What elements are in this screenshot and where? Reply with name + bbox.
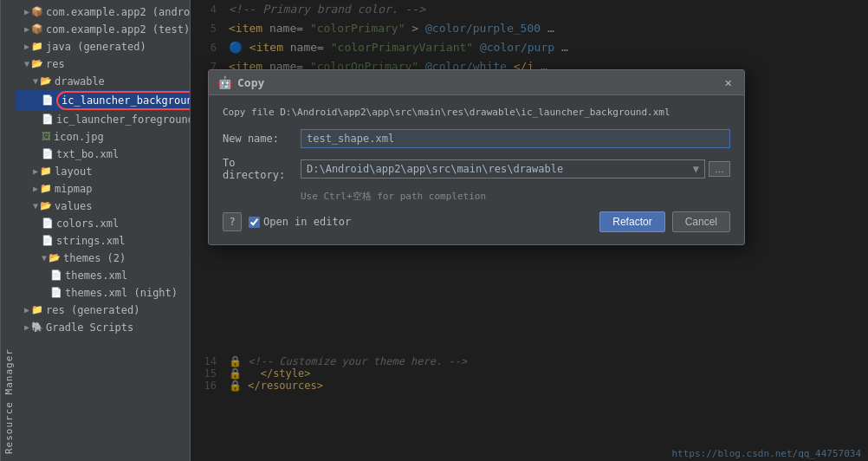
- browse-button[interactable]: …: [709, 161, 730, 177]
- selected-file-label: ic_launcher_background.xml: [56, 91, 191, 110]
- dialog-footer-left: ? Open in editor: [223, 212, 351, 231]
- to-dir-dropdown[interactable]: D:\Android\app2\app\src\main\res\drawabl…: [301, 159, 705, 179]
- sidebar-item-java-generated[interactable]: ▶ 📁 java (generated): [16, 38, 190, 55]
- folder-icon: 📁: [31, 39, 43, 55]
- sidebar-item-themes-xml[interactable]: 📄 themes.xml: [16, 267, 190, 284]
- sidebar-item-res-generated[interactable]: ▶ 📁 res (generated): [16, 302, 190, 319]
- open-in-editor-checkbox[interactable]: [249, 217, 260, 228]
- refactor-button[interactable]: Refactor: [599, 211, 664, 232]
- xml-file-icon: 📄: [42, 216, 54, 231]
- sidebar-item-strings[interactable]: 📄 strings.xml: [16, 232, 190, 250]
- sidebar-title: Resource Manager: [0, 0, 17, 461]
- to-dir-field: To directory: D:\Android\app2\app\src\ma…: [223, 157, 730, 181]
- sidebar-item-icon-jpg[interactable]: 🖼 icon.jpg: [16, 128, 190, 146]
- sidebar-tree: ▶ 📦 com.example.app2 (androidTest) ▶ 📦 c…: [16, 0, 190, 340]
- dialog-title-text: Copy: [237, 76, 264, 89]
- dialog-footer-right: Refactor Cancel: [599, 211, 730, 232]
- dialog-overlay: 🤖 Copy ✕ Copy file D:\Android\app2\app\s…: [191, 0, 868, 461]
- arrow-icon: ▼: [33, 74, 38, 89]
- folder-open-icon: 📂: [40, 198, 52, 214]
- arrow-icon: ▶: [33, 164, 38, 179]
- gradle-icon: 🐘: [31, 320, 43, 335]
- new-name-input[interactable]: [301, 129, 730, 148]
- sidebar-item-txt-bo[interactable]: 📄 txt_bo.xml: [16, 146, 190, 163]
- sidebar-item-colors[interactable]: 📄 colors.xml: [16, 215, 190, 232]
- dialog-titlebar: 🤖 Copy ✕: [209, 70, 744, 95]
- sidebar-item-ic-launcher-background[interactable]: 📄 ic_launcher_background.xml: [16, 90, 190, 111]
- folder-icon: 📁: [40, 181, 52, 197]
- sidebar-item-app2-test[interactable]: ▶ 📦 com.example.app2 (test): [16, 21, 190, 38]
- arrow-icon: ▶: [24, 4, 29, 20]
- sidebar-item-themes[interactable]: ▼ 📂 themes (2): [16, 250, 190, 267]
- arrow-icon: ▶: [24, 22, 29, 37]
- sidebar-item-gradle[interactable]: ▶ 🐘 Gradle Scripts: [16, 319, 190, 336]
- help-button[interactable]: ?: [223, 212, 242, 231]
- arrow-icon: ▶: [24, 39, 29, 55]
- sidebar-item-values[interactable]: ▼ 📂 values: [16, 198, 190, 215]
- copy-dialog-icon: 🤖: [217, 75, 232, 89]
- dialog-path-text: Copy file D:\Android\app2\app\src\main\r…: [223, 106, 730, 119]
- xml-file-icon: 📄: [42, 146, 54, 162]
- arrow-icon: ▼: [33, 198, 38, 214]
- cancel-button[interactable]: Cancel: [672, 211, 730, 232]
- arrow-icon: ▼: [24, 56, 29, 72]
- copy-dialog: 🤖 Copy ✕ Copy file D:\Android\app2\app\s…: [208, 69, 745, 245]
- xml-file-icon: 📄: [42, 112, 54, 127]
- path-hint: Use Ctrl+空格 for path completion: [301, 190, 730, 203]
- open-in-editor-text: Open in editor: [263, 216, 351, 228]
- jpg-file-icon: 🖼: [42, 129, 51, 145]
- dialog-body: Copy file D:\Android\app2\app\src\main\r…: [209, 95, 744, 244]
- sidebar-item-res[interactable]: ▼ 📂 res: [16, 55, 190, 73]
- dropdown-arrow-icon: ▼: [693, 163, 699, 175]
- folder-open-icon: 📂: [40, 74, 52, 89]
- folder-icon: 📁: [31, 302, 43, 318]
- new-name-label: New name:: [223, 133, 301, 145]
- arrow-icon: ▶: [24, 320, 29, 335]
- folder-icon: 📁: [40, 164, 52, 179]
- to-dir-value: D:\Android\app2\app\src\main\res\drawabl…: [307, 163, 563, 175]
- editor-area: 4 <!-- Primary brand color. --> 5 <item …: [191, 0, 868, 461]
- sidebar: Resource Manager ▶ 📦 com.example.app2 (a…: [0, 0, 191, 461]
- package-icon: 📦: [31, 4, 43, 20]
- sidebar-item-mipmap[interactable]: ▶ 📁 mipmap: [16, 180, 190, 198]
- folder-open-icon: 📂: [31, 56, 43, 72]
- arrow-icon: ▼: [42, 250, 47, 266]
- xml-file-icon: 📄: [42, 233, 54, 249]
- open-in-editor-label[interactable]: Open in editor: [249, 216, 351, 228]
- folder-open-icon: 📂: [49, 250, 61, 266]
- dialog-footer: ? Open in editor Refactor Cancel: [223, 211, 730, 232]
- sidebar-item-ic-launcher-foreground[interactable]: 📄 ic_launcher_foreground.xml (v24): [16, 111, 190, 128]
- sidebar-item-app2-android[interactable]: ▶ 📦 com.example.app2 (androidTest): [16, 3, 190, 21]
- arrow-icon: ▶: [24, 302, 29, 318]
- dialog-close-button[interactable]: ✕: [722, 75, 735, 89]
- arrow-icon: ▶: [33, 181, 38, 197]
- xml-file-icon: 📄: [50, 285, 62, 301]
- xml-file-icon: 📄: [42, 93, 54, 108]
- xml-file-icon: 📄: [50, 268, 62, 283]
- package-icon: 📦: [31, 22, 43, 37]
- sidebar-item-layout[interactable]: ▶ 📁 layout: [16, 163, 190, 180]
- dialog-title-left: 🤖 Copy: [217, 75, 264, 89]
- sidebar-item-themes-xml-night[interactable]: 📄 themes.xml (night): [16, 284, 190, 302]
- to-dir-label: To directory:: [223, 157, 301, 181]
- new-name-field: New name:: [223, 129, 730, 148]
- sidebar-item-drawable[interactable]: ▼ 📂 drawable: [16, 73, 190, 90]
